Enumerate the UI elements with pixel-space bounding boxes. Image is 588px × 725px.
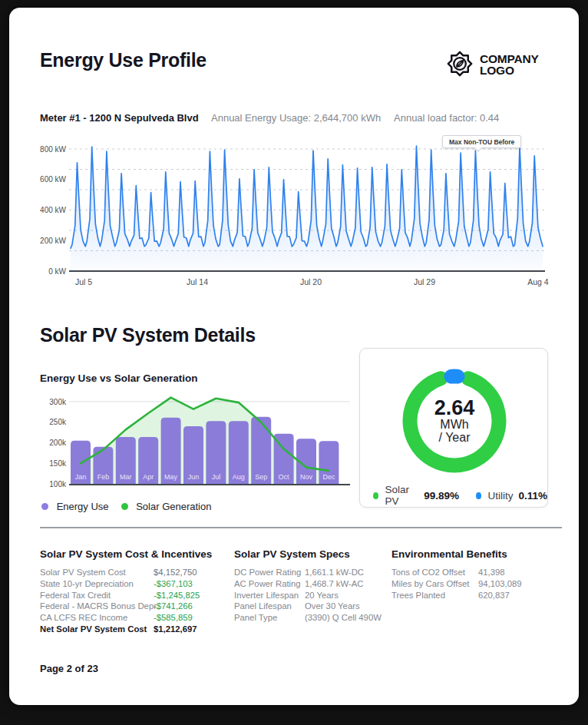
svg-text:300k: 300k xyxy=(49,398,67,406)
svg-text:Mar: Mar xyxy=(120,473,132,481)
svg-text:100k: 100k xyxy=(49,480,67,488)
system-specs-table: Solar PV System Specs DC Power Rating1,6… xyxy=(234,548,385,624)
meter-title: Meter #1 - 1200 N Sepulveda Blvd xyxy=(40,112,199,124)
svg-text:Oct: Oct xyxy=(279,473,290,481)
svg-text:Dec: Dec xyxy=(322,473,335,481)
table-row: Solar PV System Cost$4,152,750 xyxy=(40,567,233,578)
page-number: Page 2 of 23 xyxy=(40,663,98,674)
load-factor-label: Annual load factor: 0.44 xyxy=(394,112,499,124)
svg-text:250k: 250k xyxy=(49,418,67,426)
monthly-chart: 100k150k200k250k300kJanFebMarAprMayJunJu… xyxy=(37,387,362,502)
svg-text:Jul 5: Jul 5 xyxy=(75,277,92,286)
svg-text:May: May xyxy=(164,473,178,481)
utility-dot-icon xyxy=(476,492,481,499)
donut-center-value: 2.64 xyxy=(434,397,475,419)
environmental-benefits-table: Environmental Benefits Tons of CO2 Offse… xyxy=(391,548,553,601)
logo-text: COMPANYLOGO xyxy=(480,54,539,76)
svg-text:Apr: Apr xyxy=(143,473,154,481)
table-row: Miles by Cars Offset94,103,089 xyxy=(391,578,553,590)
donut-legend: Solar PV 99.89% Utility 0.11% xyxy=(373,484,547,507)
environment-table-title: Environmental Benefits xyxy=(391,548,553,560)
load-profile-chart: 0 kW200 kW400 kW600 kW800 kWJul 5Jul 14J… xyxy=(40,129,556,292)
table-row: Federal - MACRS Bonus Depr.-$741,266 xyxy=(40,601,233,612)
svg-text:600 kW: 600 kW xyxy=(40,175,66,184)
svg-text:200 kW: 200 kW xyxy=(40,237,66,245)
table-row: AC Power Rating1,468.7 kW-AC xyxy=(234,578,385,590)
svg-text:Nov: Nov xyxy=(300,473,313,481)
section-title: Solar PV System Details xyxy=(40,324,256,346)
table-row: State 10-yr Depreciation-$367,103 xyxy=(40,578,233,590)
report-page: Energy Use Profile COMPANYLOGO Meter #1 … xyxy=(9,8,579,705)
cost-incentives-table: Solar PV System Cost & Incentives Solar … xyxy=(40,548,233,635)
table-row: Trees Planted620,837 xyxy=(391,590,553,601)
annual-usage-label: Annual Energy Usage: 2,644,700 kWh xyxy=(211,112,381,124)
energy-mix-card: 2.64 MWh / Year Solar PV 99.89% Utility … xyxy=(359,348,548,508)
monthly-chart-svg: 100k150k200k250k300kJanFebMarAprMayJunJu… xyxy=(37,387,362,502)
svg-text:Aug: Aug xyxy=(233,473,245,481)
svg-text:Jul 14: Jul 14 xyxy=(187,277,208,286)
section-divider xyxy=(40,527,562,528)
svg-text:Jul: Jul xyxy=(212,473,221,481)
table-row: CA LCFS REC Income-$585,859 xyxy=(40,612,233,624)
svg-text:150k: 150k xyxy=(49,459,67,468)
table-row: Tons of CO2 Offset41,398 xyxy=(391,567,553,578)
solar-generation-dot-icon xyxy=(121,503,128,510)
svg-text:Jul 29: Jul 29 xyxy=(414,277,435,286)
svg-text:Feb: Feb xyxy=(97,473,110,481)
svg-text:Aug 4: Aug 4 xyxy=(527,277,549,286)
svg-text:400 kW: 400 kW xyxy=(40,206,66,214)
specs-table-title: Solar PV System Specs xyxy=(234,548,385,560)
svg-text:Jan: Jan xyxy=(75,473,87,481)
legend-item-energy-use: Energy Use xyxy=(41,501,109,512)
leaf-glyph xyxy=(457,61,463,67)
donut-center-text: 2.64 MWh / Year xyxy=(401,367,508,475)
monthly-chart-legend: Energy Use Solar Generation xyxy=(41,501,211,512)
svg-text:Sep: Sep xyxy=(255,473,267,481)
max-non-tou-annotation: Max Non-TOU Before xyxy=(442,135,521,148)
load-profile-chart-svg: 0 kW200 kW400 kW600 kW800 kWJul 5Jul 14J… xyxy=(40,129,556,292)
svg-text:Jul 20: Jul 20 xyxy=(300,277,322,286)
page-title: Energy Use Profile xyxy=(40,49,206,71)
legend-item-solar-generation: Solar Generation xyxy=(121,501,212,512)
svg-text:800 kW: 800 kW xyxy=(40,145,66,154)
table-row: Federal Tax Credit-$1,245,825 xyxy=(40,590,233,601)
company-logo: COMPANYLOGO xyxy=(445,49,539,81)
logo-badge-leaf-icon xyxy=(445,49,474,81)
svg-text:Jun: Jun xyxy=(188,473,200,481)
table-row: Panel LifespanOver 30 Years xyxy=(234,601,385,612)
energy-use-dot-icon xyxy=(41,503,48,510)
monthly-chart-title: Energy Use vs Solar Generation xyxy=(40,372,198,384)
svg-text:200k: 200k xyxy=(49,439,67,447)
table-row: DC Power Rating1,661.1 kW-DC xyxy=(234,567,385,578)
cost-table-title: Solar PV System Cost & Incentives xyxy=(40,548,233,560)
table-row: Panel Type(3390) Q Cell 490W xyxy=(234,612,385,624)
solar-pv-dot-icon xyxy=(373,492,378,499)
svg-text:0 kW: 0 kW xyxy=(48,267,66,276)
table-row: Inverter Lifespan20 Years xyxy=(234,590,385,601)
table-row-net-cost: Net Solar PV System Cost$1,212,697 xyxy=(40,624,233,635)
